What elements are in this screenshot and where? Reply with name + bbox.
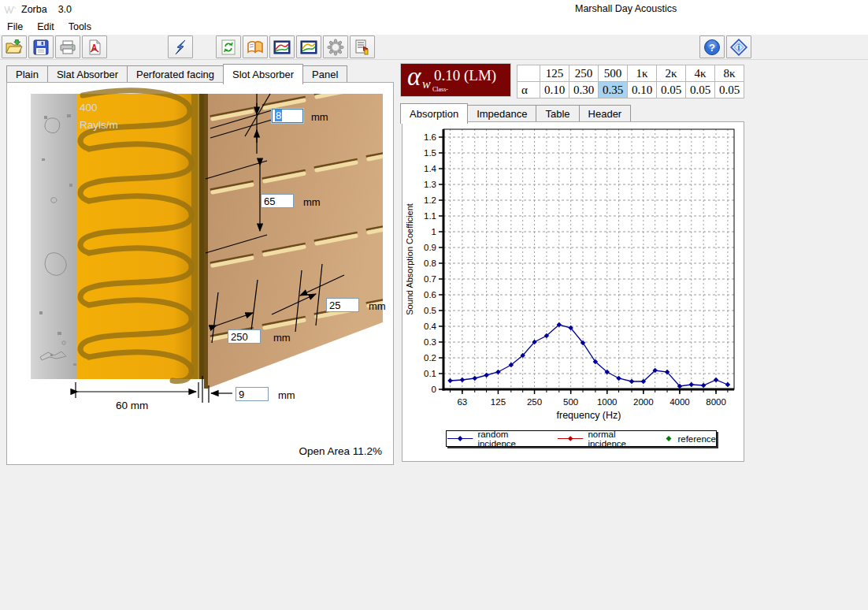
tab-impedance[interactable]: Impedance bbox=[467, 105, 536, 123]
gear-icon bbox=[327, 39, 344, 56]
legend-reference-label: reference bbox=[677, 434, 716, 444]
svg-text:0.8: 0.8 bbox=[424, 259, 436, 268]
tab-slat-absorber[interactable]: Slat Absorber bbox=[47, 65, 128, 84]
slot-length-unit: mm bbox=[273, 332, 291, 344]
print-button[interactable] bbox=[55, 35, 80, 58]
menu-file[interactable]: File bbox=[0, 20, 30, 34]
lightning-icon bbox=[172, 39, 188, 55]
svg-text:1.5: 1.5 bbox=[424, 148, 436, 158]
band-corner-cell bbox=[517, 65, 540, 82]
calculate-button[interactable] bbox=[168, 35, 193, 58]
svg-text:1: 1 bbox=[432, 227, 436, 236]
alpha-125-cell[interactable]: 0.10 bbox=[540, 82, 569, 99]
legend-reference-swatch-icon bbox=[664, 435, 673, 442]
svg-text:125: 125 bbox=[491, 397, 506, 407]
tab-slot-absorber-label: Slot Absorber bbox=[232, 69, 294, 80]
tab-table[interactable]: Table bbox=[536, 105, 579, 123]
materials-book-button[interactable] bbox=[243, 35, 268, 58]
svg-text:1.3: 1.3 bbox=[424, 180, 436, 189]
book-icon bbox=[247, 39, 264, 55]
menu-edit[interactable]: Edit bbox=[30, 20, 61, 34]
svg-text:1.2: 1.2 bbox=[424, 195, 436, 205]
alpha-8k-cell[interactable]: 0.05 bbox=[715, 82, 744, 99]
tab-panel-label: Panel bbox=[312, 69, 338, 80]
row-spacing-input[interactable] bbox=[261, 194, 294, 208]
chart-yellow-icon bbox=[300, 39, 317, 55]
slot-absorber-panel: 400 Rayls/m bbox=[6, 82, 394, 465]
svg-text:0.2: 0.2 bbox=[424, 353, 436, 363]
title-bar: Zorba 3.0 Marshall Day Acoustics bbox=[0, 0, 868, 19]
svg-text:1.6: 1.6 bbox=[424, 132, 436, 142]
alpha-250-cell[interactable]: 0.30 bbox=[569, 82, 599, 99]
concrete-wall-layer bbox=[31, 94, 76, 379]
slot-width-input[interactable]: 8 bbox=[272, 109, 303, 123]
svg-text:frequency (Hz): frequency (Hz) bbox=[557, 410, 621, 421]
svg-text:1000: 1000 bbox=[597, 397, 618, 407]
toolbar: A bbox=[0, 35, 868, 60]
pdf-export-button[interactable]: A bbox=[82, 35, 107, 58]
legend-random-incidence: random incidence bbox=[447, 430, 546, 448]
open-folder-icon bbox=[6, 39, 23, 55]
chart-standard-button[interactable] bbox=[269, 35, 295, 58]
cavity-depth-label: 60 mm bbox=[116, 400, 148, 411]
svg-text:4000: 4000 bbox=[670, 397, 690, 407]
absorption-chart-panel: 00.10.20.30.40.50.60.70.80.911.11.21.31.… bbox=[402, 121, 744, 462]
menu-tools[interactable]: Tools bbox=[61, 20, 98, 34]
tab-header[interactable]: Header bbox=[579, 105, 632, 123]
flow-resistivity-unit: Rayls/m bbox=[80, 119, 118, 131]
alpha-500-cell[interactable]: 0.35 bbox=[599, 82, 628, 99]
chart-tabs: Absorption Impedance Table Header bbox=[400, 105, 630, 123]
class-label: Class- bbox=[432, 86, 448, 93]
alpha-w-value: 0.10 (LM) bbox=[434, 67, 496, 84]
slotted-panel-layer bbox=[204, 83, 393, 415]
save-icon bbox=[33, 39, 49, 55]
slot-width-value: 8 bbox=[275, 110, 282, 121]
tab-slat-absorber-label: Slat Absorber bbox=[57, 69, 118, 80]
settings-button[interactable] bbox=[323, 35, 348, 58]
refresh-icon bbox=[221, 39, 236, 55]
row-spacing-unit: mm bbox=[303, 196, 321, 208]
svg-text:250: 250 bbox=[527, 397, 542, 407]
svg-text:8000: 8000 bbox=[706, 397, 726, 407]
alpha-1k-cell[interactable]: 0.10 bbox=[628, 82, 657, 99]
legend-normal-label: normal incidence bbox=[588, 430, 653, 448]
slot-length-input[interactable] bbox=[228, 329, 261, 344]
print-icon bbox=[59, 39, 76, 55]
window-title: Zorba bbox=[21, 4, 47, 15]
band-freq-8k: 8κ bbox=[715, 65, 744, 82]
svg-text:0: 0 bbox=[432, 385, 436, 394]
refresh-button[interactable] bbox=[216, 35, 241, 58]
about-button[interactable]: i bbox=[726, 35, 751, 58]
flow-resistivity-value: 400 bbox=[80, 102, 98, 113]
alpha-4k-cell[interactable]: 0.05 bbox=[686, 82, 715, 99]
panel-thickness-input[interactable] bbox=[236, 387, 269, 401]
tab-absorption-label: Absorption bbox=[410, 108, 458, 120]
tab-panel[interactable]: Panel bbox=[302, 65, 347, 84]
band-freq-500: 500 bbox=[599, 65, 628, 82]
chart-legend: random incidence normal incidence refere… bbox=[446, 430, 717, 447]
svg-text:0.5: 0.5 bbox=[424, 306, 436, 315]
open-button[interactable] bbox=[2, 35, 27, 58]
svg-text:500: 500 bbox=[563, 397, 578, 407]
band-freq-4k: 4κ bbox=[686, 65, 715, 82]
tab-plain[interactable]: Plain bbox=[6, 65, 48, 84]
tab-perforated-facing[interactable]: Perforated facing bbox=[127, 65, 224, 84]
tab-absorption[interactable]: Absorption bbox=[400, 103, 468, 124]
help-button[interactable]: ? bbox=[699, 35, 725, 58]
zorba-window: { "window": { "title": "Zorba", "version… bbox=[0, 0, 868, 610]
band-freq-125: 125 bbox=[540, 65, 569, 82]
alpha-2k-cell[interactable]: 0.05 bbox=[657, 82, 686, 99]
help-icon: ? bbox=[703, 39, 721, 56]
tab-slot-absorber[interactable]: Slot Absorber bbox=[223, 64, 303, 84]
chart-alt-button[interactable] bbox=[296, 35, 321, 58]
slot-spacing-input[interactable] bbox=[326, 298, 359, 312]
slot-width-unit: mm bbox=[311, 111, 328, 123]
export-report-button[interactable] bbox=[350, 35, 375, 58]
legend-reference: reference bbox=[664, 434, 716, 444]
band-freq-1k: 1κ bbox=[628, 65, 657, 82]
slot-spacing-unit: mm bbox=[369, 300, 386, 312]
chart-red-icon bbox=[273, 39, 291, 55]
save-button[interactable] bbox=[28, 35, 54, 58]
app-logo-icon bbox=[4, 5, 17, 15]
legend-random-label: random incidence bbox=[477, 430, 546, 448]
